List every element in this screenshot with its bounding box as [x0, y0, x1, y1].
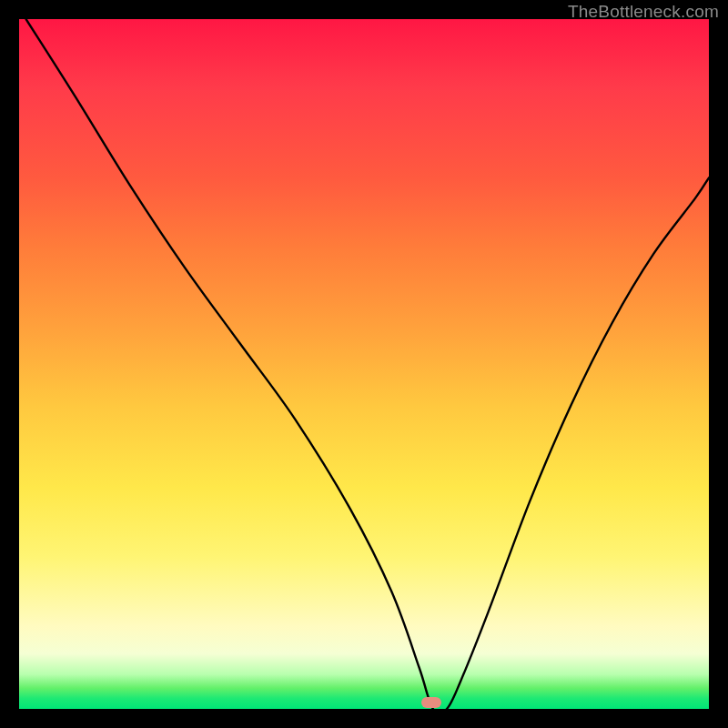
optimum-marker — [421, 697, 441, 708]
bottleneck-curve-path — [26, 19, 709, 709]
bottleneck-curve — [19, 19, 709, 709]
chart-container: TheBottleneck.com — [0, 0, 728, 728]
plot-area — [19, 19, 709, 709]
